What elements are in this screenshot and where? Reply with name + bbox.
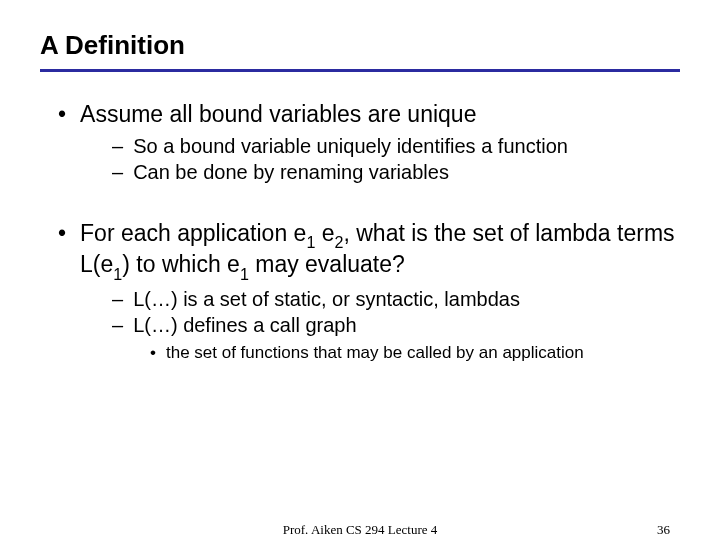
bullet-dot-icon: • (58, 219, 66, 282)
bullet-2-sub-2-text: L(…) defines a call graph (133, 312, 356, 338)
bullet-2: • For each application e1 e2, what is th… (58, 219, 680, 282)
title-underline (40, 69, 680, 72)
slide-title: A Definition (40, 30, 680, 61)
bullet-1-sub-2: – Can be done by renaming variables (112, 159, 680, 185)
bullet-2-sub-2-sub-1: • the set of functions that may be calle… (150, 342, 680, 364)
bullet-2-sub-1-text: L(…) is a set of static, or syntactic, l… (133, 286, 520, 312)
bullet-1: • Assume all bound variables are unique (58, 100, 680, 129)
footer-center-text: Prof. Aiken CS 294 Lecture 4 (283, 522, 438, 538)
dash-icon: – (112, 312, 123, 338)
bullet-2-sub-2-sub-1-text: the set of functions that may be called … (166, 342, 584, 364)
bullet-1-sub-1-text: So a bound variable uniquely identifies … (133, 133, 568, 159)
dash-icon: – (112, 286, 123, 312)
footer-page-number: 36 (657, 522, 670, 538)
bullet-2-sub-1: – L(…) is a set of static, or syntactic,… (112, 286, 680, 312)
dash-icon: – (112, 133, 123, 159)
dash-icon: – (112, 159, 123, 185)
bullet-2-text: For each application e1 e2, what is the … (80, 219, 680, 282)
bullet-1-sub-2-text: Can be done by renaming variables (133, 159, 449, 185)
bullet-dot-icon: • (58, 100, 66, 129)
bullet-2-sub-2: – L(…) defines a call graph (112, 312, 680, 338)
bullet-dot-icon: • (150, 342, 156, 364)
bullet-1-text: Assume all bound variables are unique (80, 100, 476, 129)
bullet-1-sub-1: – So a bound variable uniquely identifie… (112, 133, 680, 159)
